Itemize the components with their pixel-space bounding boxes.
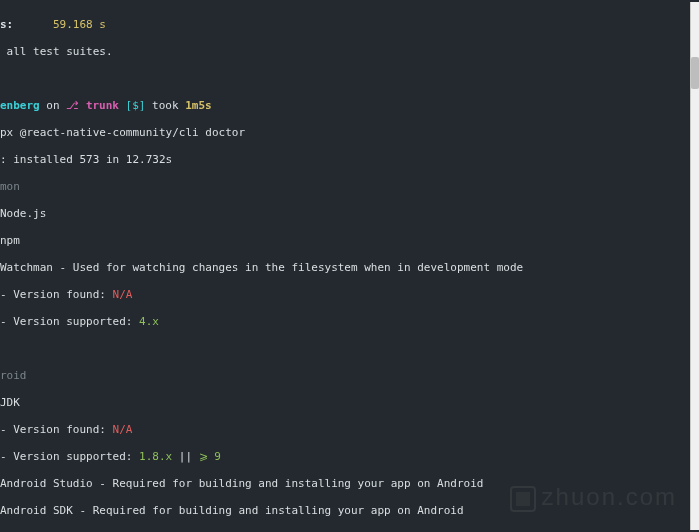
git-branch-icon: ⎇ <box>66 99 86 112</box>
install-line: : installed 573 in 12.732s <box>0 153 699 167</box>
npm-line: npm <box>0 234 699 248</box>
watchman-version-supported: 4.x <box>139 315 159 328</box>
prompt-user: enberg <box>0 99 40 112</box>
nodejs-line: Node.js <box>0 207 699 221</box>
prompt-duration: 1m5s <box>185 99 212 112</box>
command-line: px @react-native-community/cli doctor <box>0 126 699 140</box>
scrollbar-thumb[interactable] <box>691 57 699 89</box>
watchman-version-found: N/A <box>113 288 133 301</box>
android-sdk-line: Android SDK - Required for building and … <box>0 504 699 518</box>
section-android: roid <box>0 369 699 383</box>
terminal-output: s: 59.168 s all test suites. enberg on ⎇… <box>0 0 699 532</box>
watchman-line: Watchman - Used for watching changes in … <box>0 261 699 275</box>
time-value: 59.168 s <box>53 18 106 31</box>
scrollbar[interactable] <box>690 2 699 530</box>
git-branch: trunk <box>86 99 119 112</box>
jdk-version-supported-b: ⩾ 9 <box>199 450 221 463</box>
jdk-version-supported-a: 1.8.x <box>139 450 172 463</box>
section-common: mon <box>0 180 699 194</box>
jdk-line: JDK <box>0 396 699 410</box>
android-studio-line: Android Studio - Required for building a… <box>0 477 699 491</box>
prompt-line: enberg on ⎇ trunk [$] took 1m5s <box>0 99 699 113</box>
time-label: s: <box>0 18 13 31</box>
jdk-version-found: N/A <box>113 423 133 436</box>
suites-line: all test suites. <box>0 45 699 59</box>
